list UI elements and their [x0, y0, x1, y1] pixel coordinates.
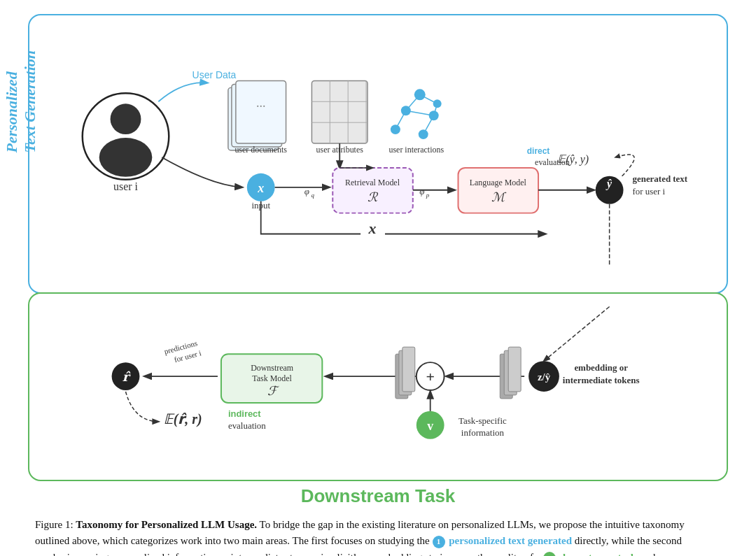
svg-text:x: x — [257, 181, 264, 195]
svg-text:Task-specific: Task-specific — [458, 415, 507, 426]
svg-text:q: q — [311, 192, 314, 199]
svg-text:Retrieval Model: Retrieval Model — [345, 178, 400, 187]
svg-text:generated text: generated text — [632, 173, 687, 184]
svg-text:ŷ: ŷ — [606, 178, 612, 190]
svg-text:ℳ: ℳ — [491, 190, 507, 204]
svg-rect-10 — [312, 80, 368, 143]
svg-text:user documents: user documents — [234, 145, 287, 155]
svg-text:information: information — [461, 427, 505, 438]
svg-line-26 — [424, 115, 434, 134]
svg-text:direct: direct — [527, 146, 550, 156]
top-diagram-svg: user i User Data ··· user documents user… — [43, 28, 713, 273]
caption-circle-1: 1 — [433, 536, 445, 548]
svg-text:Language Model: Language Model — [470, 178, 527, 187]
bottom-box: r̂ predictions for user i Downstream Tas… — [28, 292, 728, 481]
svg-text:φ: φ — [419, 186, 424, 197]
svg-text:x: x — [368, 220, 377, 238]
svg-rect-75 — [508, 347, 521, 392]
svg-text:user i: user i — [113, 180, 139, 192]
caption-blue-text: personalized text generated — [449, 535, 572, 546]
caption-circle-2: 2 — [543, 552, 556, 556]
top-box-label: Personalized Text Generation — [3, 50, 40, 152]
svg-text:z/ŷ: z/ŷ — [538, 371, 551, 383]
svg-line-23 — [406, 94, 420, 111]
caption-green-text: downstream task — [560, 552, 636, 557]
svg-rect-69 — [402, 347, 415, 392]
diagram-container: Personalized Text Generation user i User… — [28, 14, 728, 507]
caption: Figure 1: Taxonomy for Personalized LLM … — [35, 517, 721, 556]
svg-line-80 — [544, 306, 610, 361]
svg-text:evaluation: evaluation — [228, 420, 266, 431]
svg-text:intermediate tokens: intermediate tokens — [563, 375, 640, 385]
svg-point-2 — [99, 138, 153, 177]
svg-text:for user i: for user i — [632, 186, 665, 197]
svg-text:user interactions: user interactions — [388, 145, 444, 155]
svg-text:p: p — [426, 192, 430, 199]
svg-line-25 — [396, 111, 406, 129]
svg-text:embedding or: embedding or — [574, 362, 628, 373]
svg-text:User Data: User Data — [192, 69, 237, 80]
top-box: Personalized Text Generation user i User… — [28, 14, 728, 294]
svg-text:indirect: indirect — [228, 408, 261, 419]
svg-text:···: ··· — [256, 99, 265, 113]
svg-text:v: v — [427, 419, 433, 433]
caption-bold: Taxonomy for Personalized LLM Usage. — [76, 519, 257, 530]
svg-text:𝔼(ŷ, y): 𝔼(ŷ, y) — [557, 153, 589, 166]
svg-text:𝔼(r̂, r): 𝔼(r̂, r) — [164, 411, 202, 427]
svg-text:+: + — [426, 368, 434, 385]
figure-label: Figure 1: — [35, 519, 74, 530]
svg-text:ℛ: ℛ — [368, 190, 379, 204]
bottom-diagram-svg: r̂ predictions for user i Downstream Tas… — [43, 306, 713, 460]
svg-text:Task Model: Task Model — [252, 373, 292, 383]
svg-point-22 — [433, 99, 442, 108]
downstream-task-label: Downstream Task — [28, 485, 728, 507]
svg-point-1 — [111, 104, 141, 134]
svg-text:Downstream: Downstream — [251, 363, 294, 373]
